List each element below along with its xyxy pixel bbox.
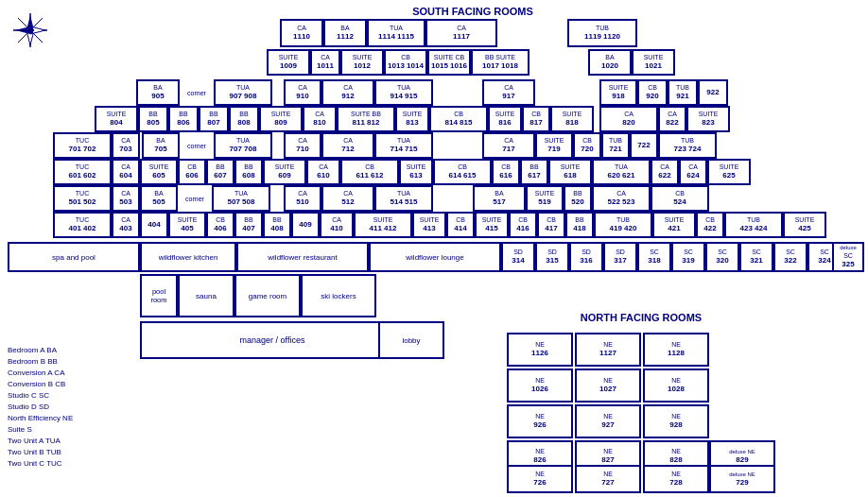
- room-tua-507-508: TUA507 508: [212, 185, 270, 212]
- room-ne-927: NE927: [575, 404, 641, 438]
- room-cb-920: CB920: [637, 79, 668, 106]
- wildflower-kitchen-label: wildflower kitchen: [159, 253, 218, 262]
- legend-bb: Bedroom B BB: [8, 356, 73, 368]
- room-cb-406: CB406: [206, 212, 234, 238]
- sauna-block: sauna: [178, 274, 234, 317]
- room-bb-407: BB407: [234, 212, 263, 238]
- manager-offices-label: manager / offices: [240, 335, 305, 345]
- room-ne-1126: NE1126: [507, 333, 573, 367]
- room-suite-719: SUITE719: [535, 132, 573, 159]
- ski-lockers-block: ski lockers: [301, 274, 376, 317]
- compass-icon: [13, 13, 47, 47]
- room-ca-1117: CA1117: [425, 19, 497, 47]
- wildflower-restaurant-block: wildflower restaurant: [236, 242, 369, 272]
- room-cb-720: CB720: [573, 132, 601, 159]
- room-ca-610: CA610: [306, 159, 340, 185]
- room-ne-926: NE926: [507, 404, 573, 438]
- room-ba-1112: BA1112: [323, 19, 367, 47]
- game-room-block: game room: [234, 274, 301, 317]
- room-cb-1013-1014: CB1013 1014: [384, 49, 427, 76]
- room-bb-1017-1018: BB SUITE1017 1018: [471, 49, 529, 76]
- room-ne-726: NE726: [507, 465, 573, 493]
- room-cb-616: CB616: [492, 159, 520, 185]
- legend-ne: North Efficiency NE: [8, 413, 73, 424]
- corner-label-3: corner: [178, 185, 212, 212]
- game-room-label: game room: [249, 292, 286, 300]
- room-ca-917: CA917: [482, 79, 535, 106]
- room-suite-625: SUITE625: [707, 159, 751, 185]
- room-suite-425: SUITE425: [783, 212, 826, 238]
- room-409: 409: [291, 212, 320, 238]
- room-tub-921: TUB921: [668, 79, 698, 106]
- room-suite-816: SUITE816: [488, 106, 522, 132]
- room-tub-723-724: TUB723 724: [658, 132, 717, 159]
- room-ne-1026: NE1026: [507, 368, 573, 403]
- room-ca-1011: CA1011: [310, 49, 340, 76]
- room-suite-1012: SUITE1012: [340, 49, 384, 76]
- room-suite-415: SUITE415: [475, 212, 509, 238]
- room-tuc-401-402: TUC401 402: [53, 212, 112, 238]
- room-ne-928: NE928: [643, 404, 709, 438]
- room-cb-1015-1016: SUITE CB1015 1016: [427, 49, 471, 76]
- room-suite-1021: SUITE1021: [632, 49, 675, 76]
- room-ca-522-523: CA522 523: [592, 185, 651, 212]
- room-suite-609: SUITE609: [263, 159, 306, 185]
- room-suite-613: SUITE613: [399, 159, 433, 185]
- room-ca-403: CA403: [112, 212, 140, 238]
- room-suite-918: SUITE918: [599, 79, 637, 106]
- room-cb-606: CB606: [178, 159, 206, 185]
- svg-point-9: [27, 27, 33, 33]
- legend-tub: Two Unit B TUB: [8, 447, 73, 458]
- room-ca-910: CA910: [284, 79, 321, 106]
- room-tua-514-515: TUA514 515: [374, 185, 433, 212]
- room-bb-805: BB805: [138, 106, 168, 132]
- room-ca-604: CA604: [112, 159, 140, 185]
- room-sc-319: SC319: [671, 242, 705, 272]
- legend: Bedroom A BA Bedroom B BB Conversion A C…: [8, 345, 73, 470]
- room-sd-314: SD314: [501, 242, 535, 272]
- manager-offices-block: manager / offices: [140, 321, 405, 359]
- room-ca-410: CA410: [320, 212, 354, 238]
- room-cb-417: CB417: [537, 212, 565, 238]
- room-tuc-601-602: TUC601 602: [53, 159, 112, 185]
- room-cb-611-612: CB611 612: [340, 159, 399, 185]
- room-ca-712: CA712: [321, 132, 374, 159]
- wildflower-lounge-block: wildflower lounge: [369, 242, 501, 272]
- room-bb-520: BB520: [564, 185, 592, 212]
- legend-sd: Studio D SD: [8, 402, 73, 413]
- room-suite-413: SUITE413: [412, 212, 446, 238]
- room-bb-408: BB408: [263, 212, 291, 238]
- room-sc-321: SC321: [739, 242, 773, 272]
- room-722: 722: [630, 132, 658, 159]
- legend-ba: Bedroom A BA: [8, 345, 73, 356]
- room-tub-423-424: TUB423 424: [724, 212, 783, 238]
- room-suite-605: SUITE605: [140, 159, 178, 185]
- room-tub-1119-1120: TUB1119 1120: [567, 19, 637, 47]
- legend-ca: Conversion A CA: [8, 368, 73, 379]
- room-bb-808: BB808: [229, 106, 259, 132]
- spa-pool-label: spa and pool: [52, 253, 95, 262]
- room-ca-503: CA503: [112, 185, 140, 212]
- room-cb-422: CB422: [696, 212, 724, 238]
- sauna-label: sauna: [196, 292, 217, 300]
- room-tub-419-420: TUB419 420: [594, 212, 652, 238]
- lobby-label: lobby: [402, 336, 420, 345]
- page-container: SOUTH FACING ROOMS NORTH FACING ROOMS Be…: [0, 0, 868, 497]
- room-cb-817: CB817: [522, 106, 550, 132]
- room-suite-421: SUITE421: [652, 212, 696, 238]
- room-sd-315: SD315: [535, 242, 569, 272]
- room-ca-1110: CA1110: [280, 19, 323, 47]
- room-ne-1028: NE1028: [643, 368, 709, 403]
- room-ca-912: CA912: [321, 79, 374, 106]
- room-ca-703: CA703: [112, 132, 140, 159]
- room-ne-1027: NE1027: [575, 368, 641, 403]
- room-sc-325: deluxeSC325: [832, 242, 864, 272]
- room-bb-607: BB607: [206, 159, 234, 185]
- room-ca-810: CA810: [303, 106, 337, 132]
- room-ca-820: CA820: [599, 106, 658, 132]
- room-ca-717: CA717: [482, 132, 535, 159]
- room-sc-318: SC318: [637, 242, 671, 272]
- room-ne-727: NE727: [575, 465, 641, 493]
- room-ne-729: deluxe NE729: [709, 465, 775, 493]
- lobby-block: lobby: [378, 321, 444, 359]
